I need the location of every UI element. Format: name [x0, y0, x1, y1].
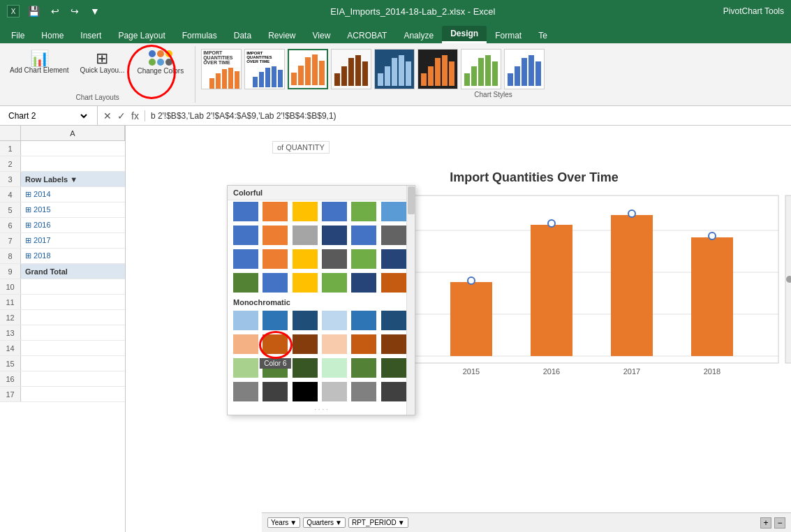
mono-swatch-1-6[interactable] [381, 311, 406, 330]
colorful-swatch-3-1[interactable] [233, 249, 258, 269]
tab-format[interactable]: Format [487, 28, 530, 43]
mono-swatch-2-5[interactable] [351, 334, 376, 354]
cell-8-a[interactable]: ⊞ 2018 [21, 251, 125, 260]
chart-style-7[interactable] [461, 49, 501, 89]
colorful-swatch-2-6[interactable] [381, 226, 406, 245]
mono-swatch-4-3[interactable] [293, 382, 318, 401]
zoom-in-button[interactable]: + [760, 517, 771, 529]
colorful-swatch-1-4[interactable] [322, 202, 347, 221]
cell-4-a[interactable]: ⊞ 2014 [21, 190, 125, 199]
confirm-formula-icon[interactable]: ✓ [116, 110, 127, 121]
undo-button[interactable]: ↩ [48, 4, 62, 18]
colorful-swatch-4-2[interactable] [263, 273, 288, 293]
tab-file[interactable]: File [3, 28, 33, 43]
mono-swatch-1-3[interactable] [293, 311, 318, 330]
mono-swatch-1-4[interactable] [322, 311, 347, 330]
mono-swatch-4-1[interactable] [233, 382, 258, 401]
chart-style-6[interactable] [417, 49, 458, 89]
colorful-swatch-2-5[interactable] [351, 226, 376, 245]
chart-style-3[interactable] [288, 49, 328, 89]
bar-2015 [450, 282, 492, 356]
name-box[interactable]: Chart 2 [0, 106, 98, 125]
mono-swatch-4-5[interactable] [351, 382, 376, 401]
colorful-swatch-2-4[interactable] [322, 226, 347, 245]
tab-design[interactable]: Design [442, 26, 487, 43]
years-filter-button[interactable]: Years ▼ [267, 517, 300, 528]
colorful-swatch-4-5[interactable] [351, 273, 376, 293]
colorful-swatch-4-4[interactable] [322, 273, 347, 293]
mono-swatch-3-4[interactable] [322, 358, 347, 378]
mono-swatch-2-3[interactable] [293, 334, 318, 354]
cell-9-a[interactable]: Grand Total [21, 267, 125, 276]
redo-button[interactable]: ↪ [68, 4, 82, 18]
mono-swatch-4-6[interactable] [381, 382, 406, 401]
x-label-2018: 2018 [704, 367, 720, 376]
tab-formulas[interactable]: Formulas [174, 28, 226, 43]
cell-3-a[interactable]: Row Labels ▼ [21, 175, 125, 184]
quarters-filter-button[interactable]: Quarters ▼ [303, 517, 346, 528]
change-colors-button[interactable]: Change Colors [131, 47, 189, 77]
colorful-swatch-1-6[interactable] [381, 202, 406, 221]
tab-insert[interactable]: Insert [72, 28, 110, 43]
tab-analyze[interactable]: Analyze [395, 28, 442, 43]
colorful-swatch-1-5[interactable] [351, 202, 376, 221]
cell-6-a[interactable]: ⊞ 2016 [21, 221, 125, 230]
tab-data[interactable]: Data [226, 28, 260, 43]
mono-swatch-4-2[interactable] [263, 382, 288, 401]
chart-style-5[interactable] [374, 49, 415, 89]
colorful-swatch-1-1[interactable] [233, 202, 258, 221]
chart-style-1[interactable]: IMPORT QUANTITIES OVER TIME [201, 49, 242, 89]
chart-title-text: Import Quantities Over Time [450, 170, 619, 184]
mono-swatch-3-3[interactable] [293, 358, 318, 378]
mono-swatch-2-1[interactable] [233, 334, 258, 354]
colorful-swatch-3-4[interactable] [322, 249, 347, 269]
save-button[interactable]: 💾 [25, 4, 43, 18]
mono-swatch-1-1[interactable] [233, 311, 258, 330]
colorful-swatch-3-3[interactable] [293, 249, 318, 269]
mono-swatch-3-5[interactable] [351, 358, 376, 378]
colorful-swatch-3-5[interactable] [351, 249, 376, 269]
colorful-swatch-4-3[interactable] [293, 273, 318, 293]
row-num-14: 14 [0, 341, 21, 355]
zoom-out-button[interactable]: − [774, 517, 785, 529]
mono-swatch-2-4[interactable] [322, 334, 347, 354]
mono-swatch-3-2[interactable] [263, 358, 288, 378]
tab-pagelayout[interactable]: Page Layout [110, 28, 173, 43]
table-row: 12 [0, 310, 125, 325]
add-chart-element-button[interactable]: 📊 Add Chart Element [6, 48, 73, 77]
quick-layout-button[interactable]: ⊞ Quick Layou... [76, 48, 129, 77]
customize-button[interactable]: ▼ [87, 4, 103, 18]
tab-review[interactable]: Review [260, 28, 304, 43]
mono-swatch-2-2-selected[interactable]: Color 6 [263, 334, 288, 354]
cell-7-a[interactable]: ⊞ 2017 [21, 236, 125, 245]
tab-view[interactable]: View [304, 28, 339, 43]
chart-style-4[interactable] [331, 49, 371, 89]
name-box-select[interactable]: Chart 2 [6, 110, 89, 121]
mono-swatch-3-1[interactable] [233, 358, 258, 378]
cell-5-a[interactable]: ⊞ 2015 [21, 205, 125, 214]
colorful-swatch-1-2[interactable] [263, 202, 288, 221]
colorful-swatch-2-2[interactable] [263, 226, 288, 245]
tab-home[interactable]: Home [33, 28, 72, 43]
colorful-swatch-4-6[interactable] [381, 273, 406, 293]
tab-te[interactable]: Te [530, 28, 556, 43]
mono-swatch-3-6[interactable] [381, 358, 406, 378]
chart-style-2[interactable]: IMPORT QUANTITIES OVER TIME [244, 49, 285, 89]
mono-swatch-1-2[interactable] [263, 311, 288, 330]
mono-swatch-4-4[interactable] [322, 382, 347, 401]
colorful-swatch-2-3[interactable] [293, 226, 318, 245]
rpt-period-filter-button[interactable]: RPT_PERIOD ▼ [348, 517, 408, 528]
colorful-swatch-1-3[interactable] [293, 202, 318, 221]
cancel-formula-icon[interactable]: ✕ [102, 110, 113, 121]
tab-acrobat[interactable]: ACROBAT [339, 28, 395, 43]
colorful-swatch-3-2[interactable] [263, 249, 288, 269]
chart-style-8[interactable] [504, 49, 545, 89]
insert-function-icon[interactable]: fx [130, 110, 140, 121]
mono-swatch-2-6[interactable] [381, 334, 406, 354]
mono-swatch-1-5[interactable] [351, 311, 376, 330]
dropdown-scrollbar[interactable] [406, 186, 415, 415]
colorful-swatch-4-1[interactable] [233, 273, 258, 293]
colorful-swatch-3-6[interactable] [381, 249, 406, 269]
colorful-swatch-2-1[interactable] [233, 226, 258, 245]
table-row: 14 [0, 341, 125, 356]
